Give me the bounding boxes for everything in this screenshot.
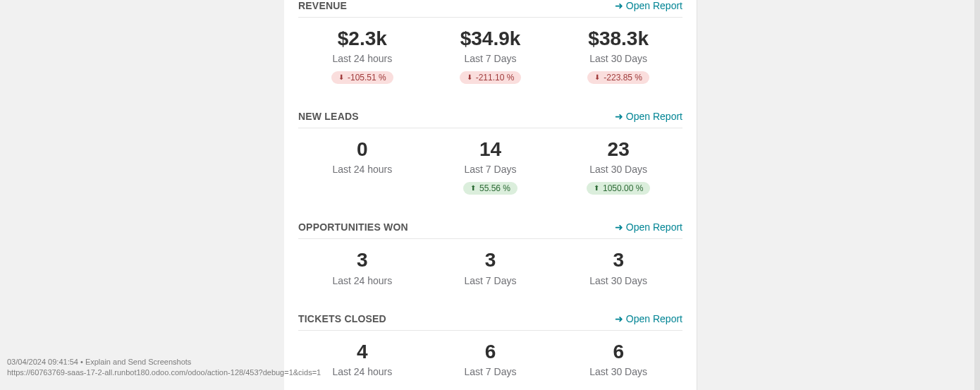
delta-value: -105.51 %	[348, 73, 386, 82]
delta-value: -223.85 %	[604, 73, 642, 82]
scrollbar-thumb[interactable]	[974, 0, 980, 390]
arrow-down-icon: ⬇	[338, 74, 344, 81]
metric-period: Last 24 hours	[298, 53, 427, 64]
metric-value: 23	[554, 138, 682, 161]
metric-period: Last 30 Days	[554, 366, 682, 377]
metric-period: Last 30 Days	[554, 164, 682, 175]
metric-period: Last 24 hours	[298, 164, 427, 175]
watermark-line-1: 03/04/2024 09:41:54 • Explain and Send S…	[7, 357, 321, 367]
open-report-link[interactable]: ➜ Open Report	[615, 313, 682, 324]
metric-24h: 3 Last 24 hours	[298, 249, 427, 286]
metrics-row: 4 Last 24 hours 6 Last 7 Days 6 Last 30 …	[298, 331, 682, 390]
metrics-row: 0 Last 24 hours 14 Last 7 Days ⬆ 55.56 %…	[298, 128, 682, 209]
dashboard-panel: REVENUE ➜ Open Report $2.3k Last 24 hour…	[284, 0, 697, 390]
delta-value: 55.56 %	[479, 184, 510, 193]
metric-30d: 23 Last 30 Days ⬆ 1050.00 %	[554, 138, 682, 195]
metric-value: 0	[298, 138, 427, 161]
metric-24h: 0 Last 24 hours	[298, 138, 427, 195]
metric-period: Last 30 Days	[554, 53, 682, 64]
open-report-link[interactable]: ➜ Open Report	[615, 0, 682, 11]
delta-pill-up: ⬆ 1050.00 %	[587, 182, 650, 195]
metrics-row: $2.3k Last 24 hours ⬇ -105.51 % $34.9k L…	[298, 18, 682, 98]
section-title: OPPORTUNITIES WON	[298, 221, 408, 233]
metric-period: Last 7 Days	[427, 53, 555, 64]
metric-7d: 6 Last 7 Days	[427, 341, 555, 377]
section-tickets-closed: TICKETS CLOSED ➜ Open Report 4 Last 24 h…	[284, 309, 697, 390]
metric-24h: $2.3k Last 24 hours ⬇ -105.51 %	[298, 28, 427, 84]
section-revenue: REVENUE ➜ Open Report $2.3k Last 24 hour…	[284, 0, 697, 98]
delta-pill-up: ⬆ 55.56 %	[463, 182, 517, 195]
metric-value: $34.9k	[427, 28, 555, 50]
section-header: REVENUE ➜ Open Report	[298, 0, 682, 17]
metric-7d: 14 Last 7 Days ⬆ 55.56 %	[427, 138, 555, 195]
arrow-up-icon: ⬆	[594, 185, 599, 192]
metric-period: Last 7 Days	[427, 366, 555, 377]
metric-value: $2.3k	[298, 28, 427, 50]
arrow-down-icon: ⬇	[467, 74, 472, 81]
metric-period: Last 30 Days	[554, 275, 682, 286]
arrow-up-icon: ⬆	[470, 185, 476, 192]
section-header: OPPORTUNITIES WON ➜ Open Report	[298, 217, 682, 238]
metric-value: 14	[427, 138, 555, 161]
metric-7d: $34.9k Last 7 Days ⬇ -211.10 %	[427, 28, 555, 84]
delta-pill-down: ⬇ -211.10 %	[460, 71, 522, 84]
delta-value: 1050.00 %	[603, 184, 643, 193]
arrow-down-icon: ⬇	[594, 74, 600, 81]
metric-value: 3	[298, 249, 427, 272]
metric-period: Last 24 hours	[298, 275, 427, 286]
delta-pill-down: ⬇ -223.85 %	[587, 71, 649, 84]
open-report-link[interactable]: ➜ Open Report	[615, 111, 682, 122]
metric-value: 6	[554, 341, 682, 363]
delta-pill-down: ⬇ -105.51 %	[331, 71, 393, 84]
metric-period: Last 7 Days	[427, 275, 555, 286]
section-title: NEW LEADS	[298, 111, 359, 122]
screenshot-watermark: 03/04/2024 09:41:54 • Explain and Send S…	[7, 357, 321, 378]
open-report-link[interactable]: ➜ Open Report	[615, 221, 682, 233]
metric-value: 3	[427, 249, 555, 272]
metric-30d: 6 Last 30 Days	[554, 341, 682, 377]
metrics-row: 3 Last 24 hours 3 Last 7 Days 3 Last 30 …	[298, 239, 682, 300]
section-new-leads: NEW LEADS ➜ Open Report 0 Last 24 hours …	[284, 106, 697, 209]
watermark-line-2: https://60763769-saas-17-2-all.runbot180…	[7, 367, 321, 378]
section-header: NEW LEADS ➜ Open Report	[298, 106, 682, 128]
metric-7d: 3 Last 7 Days	[427, 249, 555, 286]
delta-value: -211.10 %	[476, 73, 515, 82]
metric-value: 3	[554, 249, 682, 272]
metric-30d: 3 Last 30 Days	[554, 249, 682, 286]
outer-scrollbar[interactable]	[974, 0, 980, 390]
metric-30d: $38.3k Last 30 Days ⬇ -223.85 %	[554, 28, 682, 84]
metric-value: 6	[427, 341, 555, 363]
section-title: TICKETS CLOSED	[298, 313, 386, 324]
section-opportunities-won: OPPORTUNITIES WON ➜ Open Report 3 Last 2…	[284, 217, 697, 300]
section-title: REVENUE	[298, 0, 347, 11]
section-header: TICKETS CLOSED ➜ Open Report	[298, 309, 682, 330]
metric-period: Last 7 Days	[427, 164, 555, 175]
metric-value: $38.3k	[554, 28, 682, 50]
